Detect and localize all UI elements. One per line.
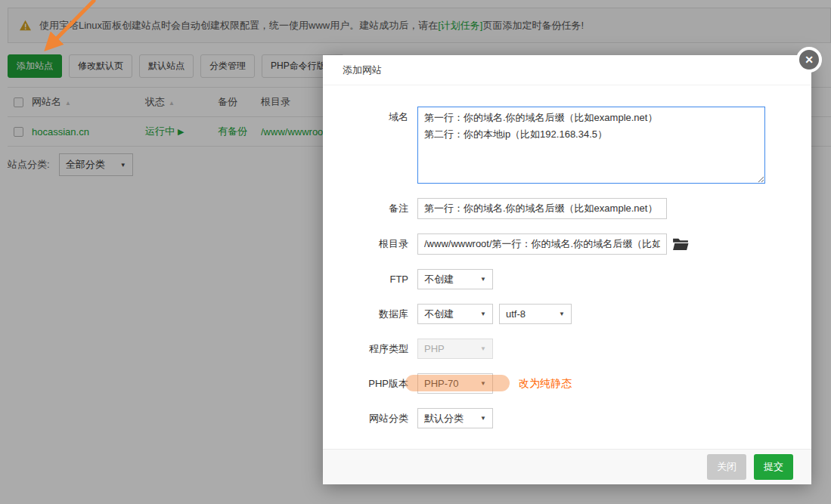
chevron-down-icon: ▼ (559, 311, 565, 317)
remark-label: 备注 (344, 202, 408, 215)
add-site-modal: ✕ 添加网站 域名 第一行：你的域名.你的域名后缀（比如example.net）… (323, 55, 811, 484)
add-site-form: 域名 第一行：你的域名.你的域名后缀（比如example.net） 第二行：你的… (323, 85, 811, 428)
site-type-row: 程序类型 PHP ▼ (323, 339, 811, 359)
chevron-down-icon: ▼ (480, 380, 486, 387)
cancel-button[interactable]: 关闭 (707, 454, 746, 480)
chevron-down-icon: ▼ (480, 276, 486, 283)
php-version-label: PHP版本 (344, 377, 408, 391)
annotation-arrow (30, 0, 106, 59)
chevron-down-icon: ▼ (480, 415, 486, 422)
ftp-row: FTP 不创建 ▼ (323, 269, 811, 289)
chevron-down-icon: ▼ (480, 345, 486, 352)
php-version-select[interactable]: PHP-70 ▼ (417, 373, 493, 394)
site-category-row: 网站分类 默认分类 ▼ (323, 408, 811, 428)
database-row: 数据库 不创建 ▼ utf-8 ▼ (323, 304, 811, 324)
close-icon[interactable]: ✕ (796, 47, 822, 73)
site-type-select: PHP ▼ (417, 339, 493, 359)
charset-select[interactable]: utf-8 ▼ (499, 304, 572, 324)
submit-button[interactable]: 提交 (754, 454, 793, 480)
domain-row: 域名 第一行：你的域名.你的域名后缀（比如example.net） 第二行：你的… (323, 107, 811, 184)
bt-panel-screen: 使用宝塔Linux面板创建站点时会自动创建权限配置，统一使用www用户。建站成功… (0, 0, 831, 504)
annotation-text: 改为纯静态 (519, 377, 572, 391)
root-dir-row: 根目录 (323, 233, 811, 255)
remark-input[interactable] (417, 198, 667, 219)
folder-browse-icon[interactable] (672, 237, 689, 251)
site-category-label: 网站分类 (344, 412, 408, 425)
remark-row: 备注 (323, 198, 811, 219)
site-category-select[interactable]: 默认分类 ▼ (417, 408, 493, 428)
database-label: 数据库 (344, 308, 408, 321)
chevron-down-icon: ▼ (480, 311, 486, 317)
ftp-label: FTP (344, 274, 408, 285)
modal-footer: 关闭 提交 (323, 449, 811, 484)
domain-textarea[interactable]: 第一行：你的域名.你的域名后缀（比如example.net） 第二行：你的本地i… (417, 107, 765, 184)
root-dir-input[interactable] (417, 233, 667, 255)
php-version-row: PHP版本 PHP-70 ▼ 改为纯静态 (323, 373, 811, 394)
ftp-select[interactable]: 不创建 ▼ (417, 269, 493, 289)
root-dir-label: 根目录 (344, 237, 408, 251)
modal-title: 添加网站 (323, 55, 811, 85)
domain-label: 域名 (344, 107, 408, 124)
site-type-label: 程序类型 (344, 342, 408, 356)
database-select[interactable]: 不创建 ▼ (417, 304, 493, 324)
